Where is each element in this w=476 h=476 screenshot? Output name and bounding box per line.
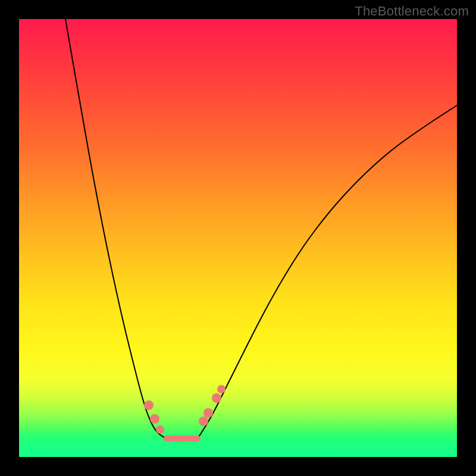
watermark-text: TheBottleneck.com [355,4,469,19]
chart-frame: TheBottleneck.com [0,0,476,476]
data-marker [212,393,221,403]
data-marker [150,414,159,424]
curve-right-branch [198,105,457,439]
data-marker [144,400,154,410]
data-marker [156,425,164,434]
data-marker [199,416,208,426]
marker-group [144,385,226,434]
curve-overlay [19,19,457,457]
curve-left-branch [65,19,167,439]
data-marker [217,385,226,393]
data-marker [203,408,213,418]
